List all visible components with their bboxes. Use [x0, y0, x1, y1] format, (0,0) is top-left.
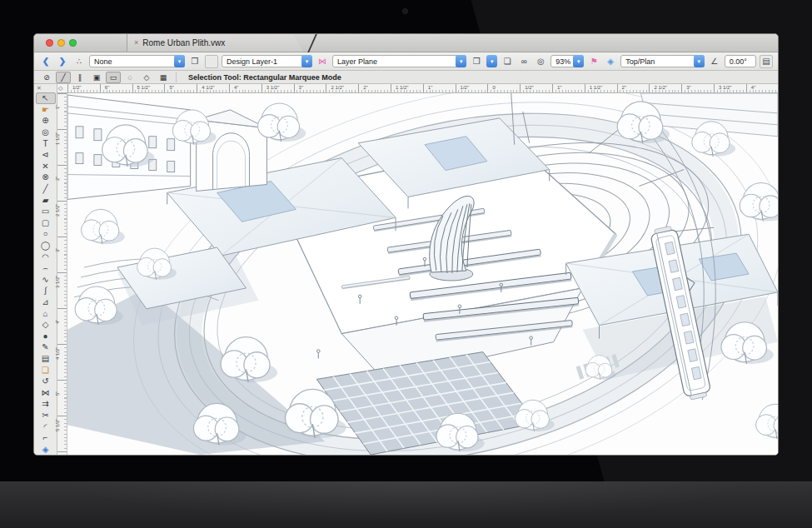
multiple-object-mode-button[interactable]: ∥: [72, 72, 87, 83]
horizontal-ruler: ◇ 1/2"6"5 1/2"5"4 1/2"4"3 1/2"3"2 1/2"2"…: [57, 84, 778, 93]
ruler-label: 6": [105, 85, 109, 90]
blank-button[interactable]: [205, 55, 218, 68]
canvas-drawing: [67, 93, 778, 455]
ruler-label: 3": [299, 85, 303, 90]
palette-close-icon[interactable]: ✕: [34, 84, 57, 92]
ruler-label: 5": [169, 85, 173, 90]
chevron-down-icon[interactable]: ▾: [301, 55, 312, 67]
view-dropdown[interactable]: Top/Plan ▾: [620, 55, 705, 67]
ruler-label: 4 1/2": [202, 85, 214, 90]
ruler-label: 1/2": [72, 85, 81, 90]
ruler-label: 2": [363, 85, 367, 90]
layer-dropdown[interactable]: Design Layer-1 ▾: [222, 55, 312, 67]
ruler-label: 1/2": [461, 85, 469, 90]
chevron-down-icon[interactable]: ▾: [174, 55, 185, 67]
cube-icon[interactable]: ❒: [188, 55, 202, 68]
ruler-label: 1": [428, 85, 432, 90]
ruler-label: 3 1/2": [267, 85, 279, 90]
unified-view-icon[interactable]: ◈: [604, 55, 617, 68]
freehand-tool[interactable]: ∫: [36, 285, 56, 296]
extrude-tool[interactable]: ❏: [36, 364, 56, 376]
single-object-mode-button[interactable]: ╱: [56, 72, 71, 83]
plane-dropdown[interactable]: Layer Plane ▾: [332, 55, 466, 67]
regular-polygon-tool[interactable]: ◇: [36, 319, 56, 331]
offset-tool[interactable]: ⇉: [36, 398, 56, 410]
selection-tool[interactable]: ↖: [36, 92, 56, 104]
zoom-tool[interactable]: ◎: [36, 127, 56, 138]
magnifier-icon[interactable]: ◎: [534, 55, 547, 68]
saved-view-dropdown[interactable]: None ▾: [89, 55, 185, 67]
ruler-label: 1 1/2": [55, 132, 60, 145]
3d-locus-tool[interactable]: ⊗: [36, 172, 56, 183]
trim-tool[interactable]: ✂: [36, 410, 56, 421]
tool-status-text: Selection Tool: Rectangular Marquee Mode: [188, 73, 341, 82]
locus-tool[interactable]: ✕: [36, 161, 56, 172]
chevron-down-icon[interactable]: ▾: [694, 55, 705, 67]
forward-button[interactable]: ❯: [56, 55, 69, 68]
back-button[interactable]: ❮: [39, 55, 52, 68]
pan-tool[interactable]: ☛: [36, 104, 56, 116]
ruler-label: 5": [55, 391, 60, 396]
double-line-tool[interactable]: ▰: [36, 194, 56, 206]
rectangular-marquee-mode-button[interactable]: ▭: [106, 72, 121, 83]
polygon-marquee-mode-button[interactable]: ◇: [139, 72, 154, 83]
arc-tool[interactable]: ◠: [36, 251, 56, 262]
tab-close-icon[interactable]: ×: [134, 39, 138, 47]
ruler-label: 1": [55, 105, 60, 109]
stamp-tool[interactable]: ▤: [36, 353, 56, 365]
angle-icon: ∠: [708, 55, 721, 68]
ruler-label: 2 1/2": [654, 85, 666, 90]
angle-field[interactable]: 0.00°: [725, 55, 756, 67]
ruler-label: 5 1/2": [55, 419, 60, 431]
ruler-label: 4 1/2": [55, 347, 60, 360]
visibility-icon[interactable]: ∞: [517, 55, 531, 68]
spline-tool[interactable]: ∿: [36, 274, 56, 286]
callout-tool[interactable]: ⊲: [36, 149, 56, 161]
mirror-tool[interactable]: ⋈: [36, 386, 56, 398]
mode-bar: ⊘╱∥▣▭◌◇▦ Selection Tool: Rectangular Mar…: [34, 71, 778, 84]
export-icon[interactable]: ❏: [501, 55, 514, 68]
grid-mode-button[interactable]: ▦: [156, 72, 171, 83]
zoom-light[interactable]: [69, 39, 77, 47]
filled-oval-tool[interactable]: ●: [36, 330, 56, 341]
render-tool[interactable]: ◈: [36, 443, 56, 455]
polygon-tool[interactable]: ⌂: [36, 307, 56, 319]
document-tab[interactable]: × Rome Urban Plith.vwx: [127, 34, 303, 52]
lasso-marquee-mode-button[interactable]: ◌: [122, 72, 137, 83]
close-light[interactable]: [46, 39, 53, 47]
fillet-tool[interactable]: ◜: [36, 421, 56, 432]
document-icon[interactable]: ❐: [470, 55, 483, 68]
text-tool[interactable]: T: [36, 137, 56, 149]
chevron-down-icon[interactable]: ▾: [573, 55, 584, 67]
polyline-tool[interactable]: ⊿: [36, 296, 56, 308]
ruler-label: 4": [234, 85, 238, 90]
ruler-label: 4": [751, 85, 755, 90]
monitor-bezel: × Rome Urban Plith.vwx ❮ ❯ ∴ None ▾ ❒ De…: [0, 0, 812, 528]
flyover-tool[interactable]: ⊕: [36, 115, 56, 127]
ruler-label: 4": [55, 320, 60, 324]
chevron-down-icon[interactable]: ▾: [486, 55, 497, 67]
quarter-arc-tool[interactable]: ⌢: [36, 262, 56, 274]
rectangle-tool[interactable]: ▭: [36, 206, 56, 217]
canvas-area: ◇ 1/2"6"5 1/2"5"4 1/2"4"3 1/2"3"2 1/2"2"…: [57, 84, 778, 455]
interactive-scaling-mode-button[interactable]: ▣: [89, 72, 104, 83]
chevron-down-icon[interactable]: ▾: [456, 55, 466, 67]
rounded-rectangle-tool[interactable]: ▢: [36, 217, 56, 229]
flag-icon[interactable]: ⚑: [587, 55, 600, 68]
eyedropper-tool[interactable]: ✎: [36, 341, 56, 353]
ruler-label: 3 1/2": [719, 85, 731, 90]
constraint-icons[interactable]: ⋈: [316, 55, 329, 68]
zoom-dropdown[interactable]: 93% ▾: [550, 55, 584, 67]
rotate-tool[interactable]: ↺: [36, 376, 56, 387]
no-snap-mode-button[interactable]: ⊘: [39, 72, 54, 83]
share-icon[interactable]: ∴: [72, 55, 86, 68]
chamfer-tool[interactable]: ⌐: [36, 432, 56, 444]
drawing-canvas[interactable]: [67, 93, 778, 455]
separator: [176, 72, 177, 82]
oval-tool[interactable]: ○: [36, 228, 56, 240]
minimize-light[interactable]: [57, 39, 65, 47]
circle-tool[interactable]: ◯: [36, 240, 56, 252]
ruler-label: 2 1/2": [331, 85, 343, 90]
saved-views-button[interactable]: ▤: [760, 55, 773, 68]
line-tool[interactable]: ╱: [36, 183, 56, 195]
